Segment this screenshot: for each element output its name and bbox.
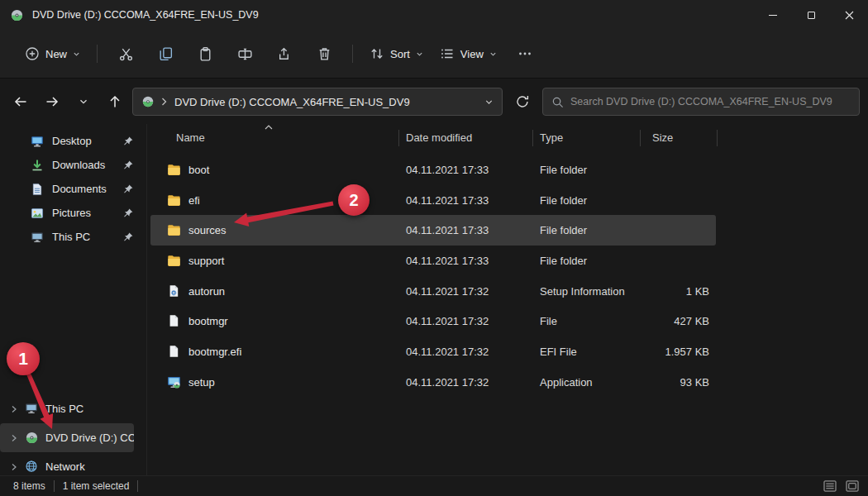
file-name-cell: bootmgr.efi: [150, 345, 399, 359]
file-type: File folder: [533, 224, 641, 236]
navigation-bar: DVD Drive (D:) CCCOMA_X64FRE_EN-US_DV9: [0, 79, 868, 124]
sidebar-quick-access-item[interactable]: Documents: [2, 177, 144, 201]
share-icon: [277, 46, 293, 62]
tree-item-label: This PC: [45, 403, 83, 415]
pin-icon: [122, 207, 134, 219]
quick-access-item-icon: [31, 159, 44, 172]
sidebar-tree-item[interactable]: DVD Drive (D:) CC: [0, 423, 134, 452]
file-date-modified: 04.11.2021 17:32: [399, 346, 533, 358]
recent-locations-button[interactable]: [68, 88, 99, 116]
sidebar-quick-access-item[interactable]: This PC: [2, 225, 144, 249]
column-header-date-modified[interactable]: Date modified: [399, 130, 533, 146]
file-type-icon: [167, 193, 181, 207]
scissors-icon: [118, 46, 134, 62]
maximize-button[interactable]: [792, 0, 830, 30]
toolbar-divider: [97, 45, 98, 63]
file-size: 427 KB: [641, 315, 716, 327]
sidebar: Desktop Downloads Documents Pictures Thi…: [0, 124, 147, 475]
refresh-button[interactable]: [508, 88, 537, 116]
sidebar-quick-access-item[interactable]: Pictures: [2, 201, 144, 225]
details-view-icon: [823, 480, 837, 492]
rename-icon: [237, 46, 253, 62]
search-box: [542, 88, 860, 116]
file-date-modified: 04.11.2021 17:33: [399, 164, 533, 176]
file-name-cell: setup: [150, 375, 399, 389]
chevron-down-icon: [73, 50, 80, 58]
file-row[interactable]: bootmgr 04.11.2021 17:32 File 427 KB: [150, 306, 716, 336]
file-type-icon: [167, 375, 181, 389]
window-controls: [754, 0, 868, 30]
new-button[interactable]: New: [17, 40, 88, 68]
chevron-right-icon[interactable]: [10, 434, 18, 442]
file-row[interactable]: boot 04.11.2021 17:33 File folder: [150, 155, 716, 185]
minimize-icon: [769, 15, 777, 16]
column-label-type: Type: [540, 131, 563, 144]
file-row[interactable]: autorun 04.11.2021 17:32 Setup Informati…: [150, 276, 716, 307]
quick-access-item-label: Desktop: [52, 135, 92, 147]
more-options-button[interactable]: [505, 40, 545, 68]
file-name: sources: [188, 224, 227, 236]
search-input[interactable]: [570, 96, 851, 107]
close-button[interactable]: [830, 0, 868, 30]
copy-icon: [158, 46, 174, 62]
column-header-name[interactable]: Name: [147, 130, 399, 146]
file-size: 1 KB: [641, 285, 716, 298]
arrow-right-icon: [44, 93, 60, 110]
file-type: EFI File: [533, 346, 641, 358]
sort-ascending-icon: [265, 125, 273, 130]
up-button[interactable]: [99, 88, 131, 116]
share-button[interactable]: [265, 40, 304, 68]
breadcrumb-chevron-icon: [161, 98, 168, 106]
chevron-right-icon[interactable]: [10, 405, 18, 413]
paste-button[interactable]: [185, 40, 225, 68]
search-icon: [551, 96, 564, 108]
file-row[interactable]: bootmgr.efi 04.11.2021 17:32 EFI File 1.…: [150, 336, 716, 367]
tree-item-label: Network: [45, 460, 85, 473]
quick-access-list: Desktop Downloads Documents Pictures Thi…: [0, 124, 146, 249]
address-bar[interactable]: DVD Drive (D:) CCCOMA_X64FRE_EN-US_DV9: [132, 88, 503, 116]
pin-icon: [122, 184, 134, 195]
details-view-button[interactable]: [821, 478, 839, 494]
sidebar-quick-access-item[interactable]: Desktop: [2, 129, 144, 153]
minimize-button[interactable]: [754, 0, 792, 30]
item-count: 8 items: [13, 480, 45, 492]
file-row[interactable]: support 04.11.2021 17:33 File folder: [150, 246, 716, 276]
quick-access-item-icon: [31, 231, 44, 244]
column-header-type[interactable]: Type: [533, 130, 641, 146]
file-row[interactable]: efi 04.11.2021 17:33 File folder: [150, 185, 716, 216]
file-type-icon: [167, 163, 181, 177]
address-dropdown-icon[interactable]: [484, 98, 494, 107]
status-divider: [54, 480, 55, 492]
column-label-size: Size: [652, 131, 673, 144]
sidebar-tree-item[interactable]: This PC: [0, 394, 134, 423]
file-size: 1.957 KB: [641, 346, 716, 358]
plus-circle-icon: [25, 46, 40, 61]
delete-button[interactable]: [304, 40, 344, 68]
file-type-icon: [167, 314, 181, 328]
column-headers: Name Date modified Type Size: [147, 124, 868, 151]
file-row[interactable]: setup 04.11.2021 17:32 Application 93 KB: [150, 367, 716, 398]
quick-access-item-icon: [31, 183, 44, 196]
quick-access-item-icon: [31, 135, 44, 148]
title-bar: DVD Drive (D:) CCCOMA_X64FRE_EN-US_DV9: [0, 0, 868, 30]
view-button[interactable]: View: [432, 40, 505, 68]
dvd-drive-icon: [141, 95, 155, 108]
file-type-icon: [167, 223, 181, 237]
selection-count: 1 item selected: [63, 480, 130, 492]
large-icons-view-button[interactable]: [843, 478, 861, 494]
file-name: bootmgr: [188, 315, 228, 327]
pin-icon: [122, 136, 134, 147]
sidebar-quick-access-item[interactable]: Downloads: [2, 153, 144, 177]
quick-access-item-icon: [31, 207, 44, 220]
chevron-right-icon[interactable]: [10, 463, 18, 471]
rename-button[interactable]: [225, 40, 265, 68]
copy-button[interactable]: [145, 40, 185, 68]
sort-button[interactable]: Sort: [361, 40, 432, 68]
forward-button[interactable]: [36, 88, 68, 116]
file-explorer-window: DVD Drive (D:) CCCOMA_X64FRE_EN-US_DV9 N…: [0, 0, 868, 496]
column-header-size[interactable]: Size: [641, 130, 718, 146]
back-button[interactable]: [5, 88, 36, 116]
new-button-label: New: [45, 48, 67, 60]
file-row[interactable]: sources 04.11.2021 17:33 File folder: [150, 215, 716, 246]
cut-button[interactable]: [106, 40, 145, 68]
